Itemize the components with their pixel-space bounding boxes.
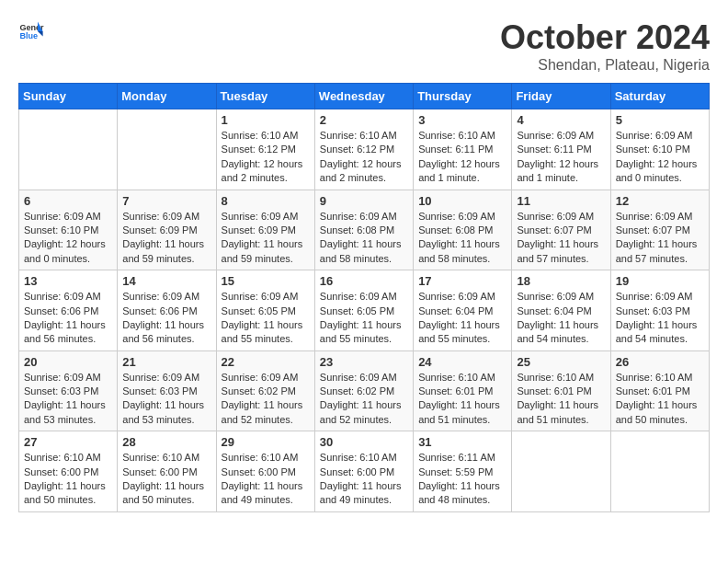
- calendar-week-row: 20Sunrise: 6:09 AMSunset: 6:03 PMDayligh…: [19, 350, 710, 431]
- calendar-cell: 8Sunrise: 6:09 AMSunset: 6:09 PMDaylight…: [216, 190, 314, 270]
- day-number: 29: [222, 435, 310, 449]
- day-number: 21: [122, 355, 210, 369]
- day-info: Sunrise: 6:09 AMSunset: 6:06 PMDaylight:…: [122, 290, 210, 347]
- calendar-week-row: 13Sunrise: 6:09 AMSunset: 6:06 PMDayligh…: [19, 270, 710, 351]
- day-info: Sunrise: 6:09 AMSunset: 6:02 PMDaylight:…: [320, 371, 408, 428]
- calendar-cell: 13Sunrise: 6:09 AMSunset: 6:06 PMDayligh…: [19, 270, 118, 351]
- day-info: Sunrise: 6:09 AMSunset: 6:07 PMDaylight:…: [517, 210, 605, 267]
- day-info: Sunrise: 6:09 AMSunset: 6:05 PMDaylight:…: [222, 290, 310, 347]
- column-header-monday: Monday: [118, 84, 216, 109]
- day-info: Sunrise: 6:10 AMSunset: 6:01 PMDaylight:…: [418, 371, 506, 428]
- calendar-cell: 10Sunrise: 6:09 AMSunset: 6:08 PMDayligh…: [414, 190, 512, 270]
- day-info: Sunrise: 6:09 AMSunset: 6:07 PMDaylight:…: [616, 210, 704, 267]
- day-info: Sunrise: 6:09 AMSunset: 6:03 PMDaylight:…: [122, 371, 210, 428]
- day-info: Sunrise: 6:10 AMSunset: 6:12 PMDaylight:…: [222, 129, 310, 186]
- day-info: Sunrise: 6:09 AMSunset: 6:10 PMDaylight:…: [616, 129, 704, 186]
- column-header-wednesday: Wednesday: [314, 84, 413, 109]
- calendar-cell: 28Sunrise: 6:10 AMSunset: 6:00 PMDayligh…: [118, 431, 216, 512]
- day-number: 15: [222, 274, 310, 288]
- day-number: 11: [517, 194, 605, 208]
- day-number: 16: [320, 274, 408, 288]
- day-number: 8: [222, 194, 310, 208]
- calendar-week-row: 1Sunrise: 6:10 AMSunset: 6:12 PMDaylight…: [19, 109, 710, 190]
- day-info: Sunrise: 6:09 AMSunset: 6:03 PMDaylight:…: [616, 290, 704, 347]
- day-number: 27: [24, 435, 112, 449]
- day-info: Sunrise: 6:09 AMSunset: 6:05 PMDaylight:…: [320, 290, 408, 347]
- calendar-cell: 1Sunrise: 6:10 AMSunset: 6:12 PMDaylight…: [216, 109, 314, 190]
- day-number: 18: [517, 274, 605, 288]
- calendar-cell: 11Sunrise: 6:09 AMSunset: 6:07 PMDayligh…: [512, 190, 610, 270]
- calendar-cell: 27Sunrise: 6:10 AMSunset: 6:00 PMDayligh…: [19, 431, 118, 512]
- day-info: Sunrise: 6:09 AMSunset: 6:08 PMDaylight:…: [418, 210, 506, 267]
- calendar-cell: [118, 109, 216, 190]
- calendar-cell: 7Sunrise: 6:09 AMSunset: 6:09 PMDaylight…: [118, 190, 216, 270]
- day-info: Sunrise: 6:10 AMSunset: 6:00 PMDaylight:…: [24, 451, 112, 508]
- day-number: 9: [320, 194, 408, 208]
- day-number: 12: [616, 194, 704, 208]
- calendar-week-row: 27Sunrise: 6:10 AMSunset: 6:00 PMDayligh…: [19, 431, 710, 512]
- day-number: 24: [418, 355, 506, 369]
- day-number: 30: [320, 435, 408, 449]
- day-info: Sunrise: 6:10 AMSunset: 6:00 PMDaylight:…: [320, 451, 408, 508]
- calendar-cell: 25Sunrise: 6:10 AMSunset: 6:01 PMDayligh…: [512, 350, 610, 431]
- day-number: 3: [418, 113, 506, 127]
- calendar-cell: 14Sunrise: 6:09 AMSunset: 6:06 PMDayligh…: [118, 270, 216, 351]
- day-info: Sunrise: 6:10 AMSunset: 6:11 PMDaylight:…: [418, 129, 506, 186]
- calendar-cell: [19, 109, 118, 190]
- logo-icon: General Blue: [18, 18, 44, 44]
- calendar-cell: 20Sunrise: 6:09 AMSunset: 6:03 PMDayligh…: [19, 350, 118, 431]
- calendar-cell: 19Sunrise: 6:09 AMSunset: 6:03 PMDayligh…: [610, 270, 709, 351]
- column-header-sunday: Sunday: [19, 84, 118, 109]
- day-number: 5: [616, 113, 704, 127]
- day-info: Sunrise: 6:09 AMSunset: 6:09 PMDaylight:…: [222, 210, 310, 267]
- calendar-cell: 9Sunrise: 6:09 AMSunset: 6:08 PMDaylight…: [314, 190, 413, 270]
- calendar-cell: 6Sunrise: 6:09 AMSunset: 6:10 PMDaylight…: [19, 190, 118, 270]
- day-info: Sunrise: 6:09 AMSunset: 6:04 PMDaylight:…: [517, 290, 605, 347]
- column-header-friday: Friday: [512, 84, 610, 109]
- calendar-header-row: SundayMondayTuesdayWednesdayThursdayFrid…: [19, 84, 710, 109]
- calendar-cell: 16Sunrise: 6:09 AMSunset: 6:05 PMDayligh…: [314, 270, 413, 351]
- location-title: Shendan, Plateau, Nigeria: [500, 57, 710, 74]
- day-info: Sunrise: 6:09 AMSunset: 6:03 PMDaylight:…: [24, 371, 112, 428]
- day-number: 31: [418, 435, 506, 449]
- calendar-cell: 18Sunrise: 6:09 AMSunset: 6:04 PMDayligh…: [512, 270, 610, 351]
- calendar-cell: 22Sunrise: 6:09 AMSunset: 6:02 PMDayligh…: [216, 350, 314, 431]
- calendar-cell: [512, 431, 610, 512]
- day-number: 22: [222, 355, 310, 369]
- day-number: 25: [517, 355, 605, 369]
- calendar-cell: 15Sunrise: 6:09 AMSunset: 6:05 PMDayligh…: [216, 270, 314, 351]
- title-area: October 2024 Shendan, Plateau, Nigeria: [500, 18, 710, 74]
- day-number: 4: [517, 113, 605, 127]
- page-header: General Blue October 2024 Shendan, Plate…: [18, 18, 710, 74]
- column-header-saturday: Saturday: [610, 84, 709, 109]
- calendar-cell: 26Sunrise: 6:10 AMSunset: 6:01 PMDayligh…: [610, 350, 709, 431]
- calendar-cell: 21Sunrise: 6:09 AMSunset: 6:03 PMDayligh…: [118, 350, 216, 431]
- day-number: 14: [122, 274, 210, 288]
- svg-marker-3: [38, 31, 43, 37]
- calendar-cell: 17Sunrise: 6:09 AMSunset: 6:04 PMDayligh…: [414, 270, 512, 351]
- svg-text:Blue: Blue: [19, 31, 38, 40]
- calendar-cell: 2Sunrise: 6:10 AMSunset: 6:12 PMDaylight…: [314, 109, 413, 190]
- calendar-cell: 30Sunrise: 6:10 AMSunset: 6:00 PMDayligh…: [314, 431, 413, 512]
- calendar-cell: [610, 431, 709, 512]
- day-info: Sunrise: 6:09 AMSunset: 6:04 PMDaylight:…: [418, 290, 506, 347]
- day-info: Sunrise: 6:09 AMSunset: 6:11 PMDaylight:…: [517, 129, 605, 186]
- day-info: Sunrise: 6:10 AMSunset: 6:12 PMDaylight:…: [320, 129, 408, 186]
- day-info: Sunrise: 6:09 AMSunset: 6:09 PMDaylight:…: [122, 210, 210, 267]
- day-info: Sunrise: 6:10 AMSunset: 6:00 PMDaylight:…: [222, 451, 310, 508]
- day-info: Sunrise: 6:09 AMSunset: 6:02 PMDaylight:…: [222, 371, 310, 428]
- calendar-table: SundayMondayTuesdayWednesdayThursdayFrid…: [18, 83, 710, 512]
- day-number: 7: [122, 194, 210, 208]
- calendar-week-row: 6Sunrise: 6:09 AMSunset: 6:10 PMDaylight…: [19, 190, 710, 270]
- day-info: Sunrise: 6:10 AMSunset: 6:00 PMDaylight:…: [122, 451, 210, 508]
- day-info: Sunrise: 6:10 AMSunset: 6:01 PMDaylight:…: [616, 371, 704, 428]
- calendar-cell: 31Sunrise: 6:11 AMSunset: 5:59 PMDayligh…: [414, 431, 512, 512]
- logo: General Blue: [18, 18, 44, 44]
- day-info: Sunrise: 6:10 AMSunset: 6:01 PMDaylight:…: [517, 371, 605, 428]
- calendar-cell: 3Sunrise: 6:10 AMSunset: 6:11 PMDaylight…: [414, 109, 512, 190]
- calendar-cell: 12Sunrise: 6:09 AMSunset: 6:07 PMDayligh…: [610, 190, 709, 270]
- day-info: Sunrise: 6:09 AMSunset: 6:10 PMDaylight:…: [24, 210, 112, 267]
- day-number: 23: [320, 355, 408, 369]
- day-info: Sunrise: 6:11 AMSunset: 5:59 PMDaylight:…: [418, 451, 506, 508]
- day-number: 19: [616, 274, 704, 288]
